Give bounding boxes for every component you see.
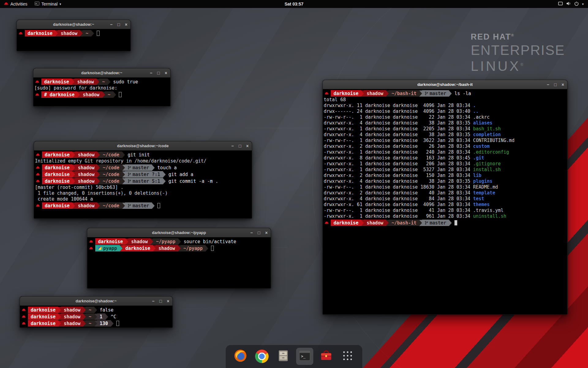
terminal-body[interactable]: darknoiseshadow~sudo true[sudo] password… (33, 78, 170, 99)
window-titlebar[interactable]: darknoise@shadow:~−□× (20, 297, 172, 306)
prompt-segment-path: ~ (86, 313, 94, 320)
prompt-segment-user: darknoise (41, 79, 72, 85)
command-text: sudo true (113, 79, 138, 85)
dock-item-toolbox[interactable] (318, 348, 335, 365)
powerline-arrow-icon (97, 171, 100, 178)
window-close-button[interactable]: × (246, 144, 249, 148)
ls-fields: drwxrwxr-x. 61 darknoise darknoise 4096 … (324, 202, 473, 207)
prompt-segment-user: darknoise (42, 178, 72, 184)
redhat-prompt-icon (36, 204, 40, 207)
window-maximize-button[interactable]: □ (554, 82, 556, 87)
window-minimize-button[interactable]: − (110, 22, 112, 27)
redhat-branding: RED HAT® ENTERPRISE LINUX® (471, 32, 565, 74)
window-titlebar[interactable]: darknoise@shadow:~−□× (17, 20, 130, 29)
powerline-arrow-icon (178, 245, 181, 251)
redhat-prompt-icon (36, 179, 40, 183)
window-maximize-button[interactable]: □ (157, 71, 160, 75)
powerline-arrow-icon (122, 165, 125, 171)
activities-button[interactable]: Activities (0, 0, 31, 8)
window-minimize-button[interactable]: − (250, 231, 253, 235)
terminal-app-icon: >_ (35, 2, 40, 6)
terminal-window-w6[interactable]: darknoise@shadow:~/bash-it−□×darknoisesh… (322, 80, 567, 315)
dock-item-show-apps[interactable] (339, 348, 356, 365)
prompt-line: darknoiseshadow~/codegit init (35, 151, 251, 158)
window-minimize-button[interactable]: − (231, 144, 234, 148)
powerline-arrow-icon (361, 90, 364, 97)
redhat-prompt-icon (21, 315, 26, 318)
terminal-body[interactable]: darknoiseshadow~/pyappsource bin/activat… (87, 237, 271, 252)
powerline-arrow-icon (150, 239, 153, 245)
window-maximize-button[interactable]: □ (159, 299, 162, 303)
prompt-segment-host: shadow (61, 313, 83, 320)
window-maximize-button[interactable]: □ (117, 22, 120, 27)
git-branch-icon (128, 179, 131, 183)
window-maximize-button[interactable]: □ (239, 144, 241, 148)
prompt-line: darknoiseshadow~130 (21, 320, 172, 327)
redhat-prompt-icon (21, 322, 26, 325)
window-maximize-button[interactable]: □ (258, 231, 260, 235)
terminal-window-w4[interactable]: darknoise@shadow:~/pyapp−□×darknoiseshad… (87, 228, 271, 289)
dock-item-chrome[interactable] (253, 348, 270, 365)
redhat-prompt-icon (324, 221, 329, 224)
command-text: ^C (111, 314, 116, 320)
directory-name: .. (473, 109, 479, 114)
powerline-arrow-icon (105, 314, 108, 320)
powerline-arrow-icon (178, 239, 181, 245)
window-minimize-button[interactable]: − (547, 82, 549, 87)
terminal-window-w1[interactable]: darknoise@shadow:~−□×darknoiseshadow~ (17, 20, 131, 51)
window-close-button[interactable]: × (265, 231, 268, 235)
prompt-segment-git: master ?:1 (125, 171, 163, 178)
prompt-segment-host: shadow (75, 202, 97, 209)
powerline-arrow-icon (111, 320, 114, 327)
text-cursor (116, 321, 119, 326)
powerline-arrow-icon (102, 92, 105, 98)
prompt-segment-path: ~/bash-it (389, 220, 419, 226)
git-branch-icon (425, 91, 428, 95)
powerline-arrow-icon (97, 178, 100, 184)
ls-fields: drwx------. 24 darknoise darknoise 4096 … (324, 109, 473, 114)
window-close-button[interactable]: × (165, 71, 167, 75)
redhat-prompt-icon (36, 173, 40, 176)
redhat-prompt-icon (324, 92, 329, 95)
window-titlebar[interactable]: darknoise@shadow:~/pyapp−□× (87, 228, 271, 237)
window-minimize-button[interactable]: − (152, 299, 154, 303)
powerline-arrow-icon (97, 165, 100, 171)
top-bar: Activities >_ Terminal ▾ Sat 03:57 ▾ (0, 0, 588, 8)
terminal-body[interactable]: darknoiseshadow~ (17, 29, 130, 37)
show-apps-icon (341, 350, 354, 363)
powerline-arrow-icon (58, 314, 61, 320)
app-menu-terminal[interactable]: >_ Terminal ▾ (31, 0, 65, 8)
prompt-segment-path: ~/bash-it (389, 90, 419, 97)
window-titlebar[interactable]: darknoise@shadow:~/code−□× (34, 141, 252, 151)
window-close-button[interactable]: × (167, 299, 169, 303)
dock: >_ (226, 345, 362, 368)
ls-row: -rwxrwxr-x. 1 darknoise darknoise 2205 J… (324, 126, 567, 132)
dock-item-terminal[interactable]: >_ (296, 348, 313, 365)
window-minimize-button[interactable]: − (150, 71, 152, 75)
window-close-button[interactable]: × (562, 82, 564, 87)
powerline-arrow-icon (72, 171, 75, 178)
window-title: darknoise@shadow:~ (81, 71, 122, 75)
window-controls: −□× (250, 228, 268, 237)
terminal-window-w3[interactable]: darknoise@shadow:~/code−□×darknoiseshado… (34, 141, 252, 219)
window-titlebar[interactable]: darknoise@shadow:~−□× (33, 68, 170, 78)
ls-fields: -rwxrwxr-x. 1 darknoise darknoise 2205 J… (324, 126, 473, 132)
prompt-segment-host: shadow (156, 245, 178, 251)
window-titlebar[interactable]: darknoise@shadow:~/bash-it−□× (323, 80, 567, 89)
clock[interactable]: Sat 03:57 (0, 2, 588, 6)
terminal-window-w2[interactable]: darknoise@shadow:~−□×darknoiseshadow~sud… (33, 68, 171, 106)
svg-text:>_: >_ (301, 354, 306, 358)
dock-item-files[interactable] (275, 348, 292, 365)
terminal-window-w5[interactable]: darknoise@shadow:~−□×darknoiseshadow~fal… (20, 296, 173, 328)
ls-fields: drwxrwxr-x. 8 darknoise darknoise 163 Ja… (324, 155, 473, 161)
window-close-button[interactable]: × (125, 22, 127, 27)
terminal-body[interactable]: darknoiseshadow~falsedarknoiseshadow~1^C… (20, 306, 172, 328)
system-status-area[interactable]: ▾ (556, 0, 586, 8)
redhat-prompt-icon (36, 166, 40, 169)
prompt-segment-user: darknoise (331, 220, 361, 226)
dock-item-firefox[interactable] (232, 348, 249, 365)
terminal-body[interactable]: darknoiseshadow~/bash-itmasterls -latota… (323, 89, 567, 227)
terminal-body[interactable]: darknoiseshadow~/codegit initInitialized… (34, 151, 252, 210)
text-cursor (97, 31, 100, 36)
prompt-segment-host: shadow (128, 238, 150, 245)
